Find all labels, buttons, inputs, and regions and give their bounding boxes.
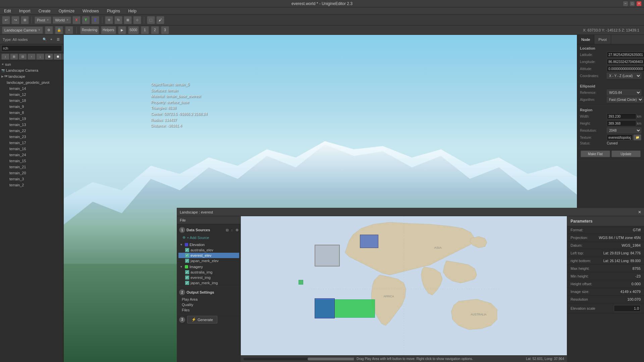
output-settings-header[interactable]: 2 Output Settings — [179, 288, 238, 297]
tree-item-terrain-17[interactable]: terrain_17 — [0, 140, 63, 146]
source-australia-img[interactable]: ✓ australia_img — [178, 269, 239, 275]
file-menu-item[interactable]: File — [180, 218, 186, 222]
tree-item-terrain-21[interactable]: terrain_21 — [0, 164, 63, 170]
tree-btn-4[interactable]: ↑ — [28, 54, 36, 60]
japan-merk-img-checkbox[interactable]: ✓ — [185, 281, 189, 285]
reference-select[interactable]: WGS-84 — [607, 89, 641, 96]
latitude-input[interactable] — [607, 52, 644, 58]
axis-x-button[interactable]: X — [72, 16, 80, 24]
altitude-input[interactable] — [607, 66, 644, 72]
tree-btn-6[interactable]: 🔲 — [45, 54, 53, 60]
tree-btn-1[interactable]: ↕ — [1, 54, 9, 60]
height-input[interactable] — [607, 120, 636, 126]
tree-item-terrain-2[interactable]: terrain_2 — [0, 182, 63, 188]
width-input[interactable] — [607, 113, 636, 119]
source-japan-merk-img[interactable]: ✓ japan_merk_img — [178, 280, 239, 286]
scale-button[interactable]: ⊠ — [124, 16, 132, 24]
data-sources-header[interactable]: 1 Data Sources ⊟ ↕ ⚙ — [179, 226, 238, 234]
menu-help[interactable]: Help — [127, 8, 138, 14]
tree-item-terrain-24[interactable]: terrain_24 — [0, 152, 63, 158]
imagery-group-header[interactable]: ▼ Imagery — [178, 264, 239, 269]
tree-item-terrain-19[interactable]: terrain_19 — [0, 116, 63, 122]
select-button[interactable]: ⬚ — [147, 16, 155, 24]
tree-item-terrain-12[interactable]: terrain_12 — [0, 92, 63, 98]
everest-elev-checkbox[interactable]: ✓ — [185, 253, 189, 257]
maximize-button[interactable]: □ — [630, 1, 635, 6]
source-japan-merk-elev[interactable]: ✓ japan_merk_elev — [178, 258, 239, 263]
algorithm-select[interactable]: Fast (Great Circle) — [607, 97, 643, 103]
texture-input[interactable] — [607, 134, 633, 140]
elevation-group-header[interactable]: ▼ Elevation — [178, 242, 239, 247]
longitude-input[interactable] — [607, 59, 644, 65]
ds-icon-3[interactable]: ⚙ — [235, 228, 238, 232]
rotate-button[interactable]: ↻ — [114, 16, 122, 24]
tree-item-terrain-15[interactable]: terrain_15 — [0, 158, 63, 164]
camera-add-btn[interactable]: + — [65, 26, 73, 34]
tree-btn-2[interactable]: ⊞ — [10, 54, 18, 60]
search-input[interactable] — [1, 45, 62, 51]
paint-button[interactable]: 🖌 — [156, 16, 164, 24]
panel-search-icon[interactable]: 🔍 — [42, 37, 47, 42]
menu-create[interactable]: Create — [37, 8, 52, 14]
tree-item-landscape[interactable]: ▶ 🗺 landscape — [0, 73, 63, 79]
texture-browse-btn[interactable]: 📁 — [633, 134, 641, 140]
map-area[interactable]: ASIA AFRICA AUSTRALIA — [241, 216, 567, 362]
panel-menu-icon[interactable]: ☰ — [55, 37, 61, 42]
menu-edit[interactable]: Edit — [3, 8, 12, 14]
menu-import[interactable]: Import — [18, 8, 32, 14]
pivot-dropdown[interactable]: Pivot ▼ — [35, 16, 51, 24]
distance-input-btn[interactable]: 5000 — [128, 26, 139, 34]
tree-item-landscape-camera[interactable]: 📷 Landscape Camera — [0, 67, 63, 73]
quality-2-btn[interactable]: 2 — [151, 26, 159, 34]
tree-item-terrain-13[interactable]: terrain_13 — [0, 122, 63, 128]
run-button[interactable]: ▶ — [118, 26, 126, 34]
source-australia-elev[interactable]: ✓ australia_elev — [178, 247, 239, 253]
rendering-btn[interactable]: Rendering — [80, 26, 99, 34]
world-dropdown[interactable]: World ▼ — [53, 16, 71, 24]
source-everest-elev[interactable]: ✓ everest_elev — [178, 253, 239, 258]
make-flat-button[interactable]: Make Flat — [581, 150, 610, 157]
close-button[interactable]: ✕ — [637, 1, 641, 6]
ds-icon-2[interactable]: ↕ — [231, 228, 233, 232]
quality-3-btn[interactable]: 3 — [161, 26, 169, 34]
tree-btn-7[interactable]: 🔲 — [54, 54, 62, 60]
tree-item-terrain-20[interactable]: terrain_20 — [0, 170, 63, 176]
move-button[interactable]: ✛ — [105, 16, 113, 24]
tree-item-terrain-18[interactable]: terrain_18 — [0, 98, 63, 104]
redo-button[interactable]: ↪ — [11, 16, 19, 24]
update-button[interactable]: Update — [611, 150, 641, 157]
add-source-button[interactable]: ⊕ + Add Source — [180, 234, 211, 241]
resolution-select[interactable]: 2048 — [607, 127, 641, 133]
output-files[interactable]: Files — [179, 307, 238, 313]
minimize-button[interactable]: − — [623, 1, 628, 6]
camera-dropdown[interactable]: Landscape Camera ▼ — [2, 26, 43, 34]
tree-item-terrain-22[interactable]: terrain_22 — [0, 128, 63, 134]
axis-y-button[interactable]: Y — [82, 16, 90, 24]
axis-z-button[interactable]: Z — [91, 16, 99, 24]
australia-img-checkbox[interactable]: ✓ — [185, 270, 189, 274]
output-play-area[interactable]: Play Area — [179, 297, 238, 302]
panel-add-icon[interactable]: + — [49, 37, 54, 42]
camera-settings-btn[interactable]: ⚙ — [45, 26, 53, 34]
tree-btn-5[interactable]: ↓ — [36, 54, 44, 60]
camera-lock-btn[interactable]: 🔒 — [55, 26, 63, 34]
quality-1-btn[interactable]: 1 — [141, 26, 149, 34]
snap-button[interactable]: ⊞ — [21, 16, 29, 24]
transform-button[interactable]: ⊹ — [133, 16, 141, 24]
tree-item-sun[interactable]: ☀ sun — [0, 61, 63, 67]
param-elevscale-input[interactable] — [614, 305, 641, 312]
menu-windows[interactable]: Windows — [81, 8, 100, 14]
landscape-close-button[interactable]: ✕ — [638, 210, 641, 215]
ds-icon-1[interactable]: ⊟ — [226, 228, 228, 232]
menu-plugins[interactable]: Plugins — [106, 8, 121, 14]
tab-node[interactable]: Node — [577, 35, 594, 44]
menu-optimize[interactable]: Optimize — [57, 8, 76, 14]
tree-item-terrain-14[interactable]: terrain_14 — [0, 85, 63, 92]
tree-btn-3[interactable]: ⊟ — [19, 54, 27, 60]
tab-pivot[interactable]: Pivot — [594, 35, 611, 44]
tree-item-terrain-9[interactable]: terrain_9 — [0, 104, 63, 110]
tree-item-pivot[interactable]: landscape_geodetic_pivot — [0, 79, 63, 85]
tree-item-terrain-23[interactable]: terrain_23 — [0, 134, 63, 140]
coordinates-select[interactable]: X - Y - Z (Local) — [607, 73, 641, 79]
undo-button[interactable]: ↩ — [2, 16, 10, 24]
